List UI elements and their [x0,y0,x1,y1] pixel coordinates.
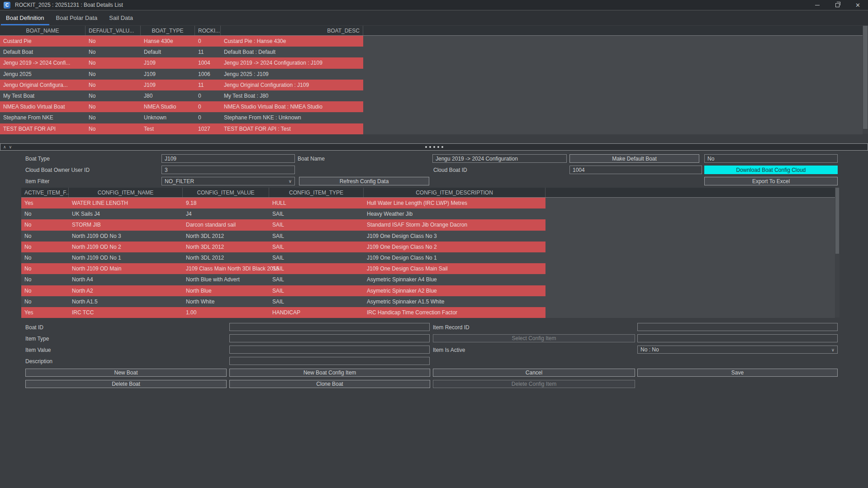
delete-boat-button[interactable]: Delete Boat [25,380,227,388]
cloud-boat-id-input[interactable] [569,166,702,174]
cell[interactable]: HANDICAP [269,307,364,318]
cell[interactable]: J109 One Design Class No 2 [364,242,545,252]
cell[interactable]: 1027 [195,123,221,134]
column-header-config-type[interactable]: CONFIG_ITEM_TYPE [269,188,364,197]
cell[interactable]: 9.18 [183,198,269,208]
item-record-id-input[interactable] [637,323,838,331]
cell[interactable]: No [21,252,69,263]
cell[interactable]: North A4 [69,274,183,285]
cell[interactable]: No [21,219,69,230]
cancel-button[interactable]: Cancel [433,369,635,377]
column-header-boat-name[interactable]: BOAT_NAME [0,26,85,35]
cell[interactable]: No [21,285,69,296]
config-row[interactable]: YesWATER LINE LENGTH9.18HULLHull Water L… [21,198,835,208]
new-boat-config-item-button[interactable]: New Boat Config Item [229,369,430,377]
select-config-item-button[interactable]: Select Config Item [433,334,635,342]
cell[interactable]: Yes [21,198,69,208]
cell[interactable]: UK Sails J4 [69,208,183,219]
boat-row[interactable]: Custard PieNoHanse 430e0Custard Pie : Ha… [0,36,863,47]
cell[interactable]: North J109 OD Main [69,263,183,274]
cell[interactable]: No [21,263,69,274]
cell[interactable]: No [21,274,69,285]
config-row[interactable]: NoNorth J109 OD MainJ109 Class Main Nort… [21,263,835,274]
column-header-boat-desc[interactable]: BOAT_DESC [221,26,363,35]
item-type-input[interactable] [229,334,430,342]
cell[interactable]: 1.00 [183,307,269,318]
pane-splitter[interactable]: ∧ ∨ [0,143,868,151]
config-row[interactable]: NoNorth A1.5North WhiteSAILAsymetric Spi… [21,296,835,307]
column-header-default-value[interactable]: DEFAULT_VALU... [85,26,141,35]
item-is-active-dropdown[interactable]: No : No ∨ [637,346,838,354]
cell[interactable]: Default Boat [0,47,85,57]
cell[interactable]: No [85,112,141,123]
new-boat-button[interactable]: New Boat [25,369,227,377]
cell[interactable]: North 3DL 2012 [183,231,269,242]
clone-boat-button[interactable]: Clone Boat [229,380,430,388]
tab-sail-data[interactable]: Sail Data [103,10,139,25]
cell[interactable]: 0 [195,112,221,123]
column-header-boat-type[interactable]: BOAT_TYPE [141,26,195,35]
config-row[interactable]: NoSTORM JIBDarcon standard sailSAILStand… [21,219,835,230]
cell[interactable]: J109 [141,69,195,80]
config-row[interactable]: YesIRC TCC1.00HANDICAPIRC Handicap Time … [21,307,835,318]
boat-row[interactable]: Jengu 2019 -> 2024 Confi...NoJ1091004Jen… [0,57,863,68]
cell[interactable]: TEST BOAT FOR API [0,123,85,134]
cell[interactable]: North 3DL 2012 [183,242,269,252]
cell[interactable]: No [21,296,69,307]
cell[interactable]: Asymetric Spinnaker A1.5 White [364,296,545,307]
cell[interactable]: 11 [195,47,221,57]
cell[interactable]: NMEA Studio Virtual Boat [0,101,85,112]
cell[interactable]: Custard Pie [0,36,85,47]
boat-row[interactable]: Jengu 2025NoJ1091006Jengu 2025 : J109 [0,69,863,80]
cell[interactable]: Darcon standard sail [183,219,269,230]
cell[interactable]: No [85,101,141,112]
cell[interactable]: North Blue with Advert [183,274,269,285]
cell[interactable]: J109 One Design Class No 1 [364,252,545,263]
cell[interactable]: 1006 [195,69,221,80]
column-header-active-item[interactable]: ACTIVE_ITEM_F... [21,188,69,197]
column-header-config-description[interactable]: CONFIG_ITEM_DESCRIPTION [364,188,545,197]
cell[interactable]: Custard Pie : Hanse 430e [221,36,363,47]
cloud-owner-input[interactable] [161,166,295,174]
boat-row[interactable]: NMEA Studio Virtual BoatNoNMEA Studio0NM… [0,101,863,112]
boat-name-input[interactable] [432,154,567,163]
cell[interactable]: North 3DL 2012 [183,252,269,263]
cell[interactable]: J109 [141,80,195,90]
cell[interactable]: North J109 OD No 2 [69,242,183,252]
column-header-config-name[interactable]: CONFIG_ITEM_NAME [69,188,183,197]
cell[interactable]: Heavy Weather Jib [364,208,545,219]
cell[interactable]: North J109 OD No 1 [69,252,183,263]
boat-row[interactable]: TEST BOAT FOR APINoTest1027TEST BOAT FOR… [0,123,863,134]
cell[interactable]: No [85,90,141,101]
cell[interactable]: SAIL [269,274,364,285]
boat-row[interactable]: Default BoatNoDefault11Default Boat : De… [0,47,863,57]
make-default-boat-button[interactable]: Make Default Boat [569,154,699,163]
cell[interactable]: My Test Boat [0,90,85,101]
tab-boat-polar-data[interactable]: Boat Polar Data [50,10,104,25]
config-row[interactable]: NoNorth J109 OD No 1North 3DL 2012SAILJ1… [21,252,835,263]
cell[interactable]: Hull Water Line Length (IRC LWP) Metres [364,198,545,208]
boat-id-input[interactable] [229,323,430,331]
cell[interactable]: No [85,36,141,47]
cell[interactable]: J109 [141,57,195,68]
cell[interactable]: No [85,47,141,57]
cell[interactable]: No [21,242,69,252]
cell[interactable]: Jengu 2025 [0,69,85,80]
cell[interactable]: No [85,69,141,80]
export-to-excel-button[interactable]: Export To Excel [704,177,838,185]
item-value-input[interactable] [229,346,430,354]
download-boat-config-button[interactable]: Download Boat Config Cloud [704,166,838,174]
cell[interactable]: North A1.5 [69,296,183,307]
cell[interactable]: 0 [195,101,221,112]
cell[interactable]: TEST BOAT FOR API : Test [221,123,363,134]
cell[interactable]: Jengu 2019 -> 2024 Confi... [0,57,85,68]
cell[interactable]: North J109 OD No 3 [69,231,183,242]
cell[interactable]: NMEA Studio Virtual Boat : NMEA Studio [221,101,363,112]
cell[interactable]: NMEA Studio [141,101,195,112]
cell[interactable]: Asymetric Spinnaker A4 Blue [364,274,545,285]
cell[interactable]: Stephane From NKE [0,112,85,123]
collapse-up-icon[interactable]: ∧ [3,145,6,149]
cell[interactable]: IRC Handicap Time Correction Factor [364,307,545,318]
boat-grid-scrollbar-thumb[interactable] [863,26,868,129]
cell[interactable]: WATER LINE LENGTH [69,198,183,208]
